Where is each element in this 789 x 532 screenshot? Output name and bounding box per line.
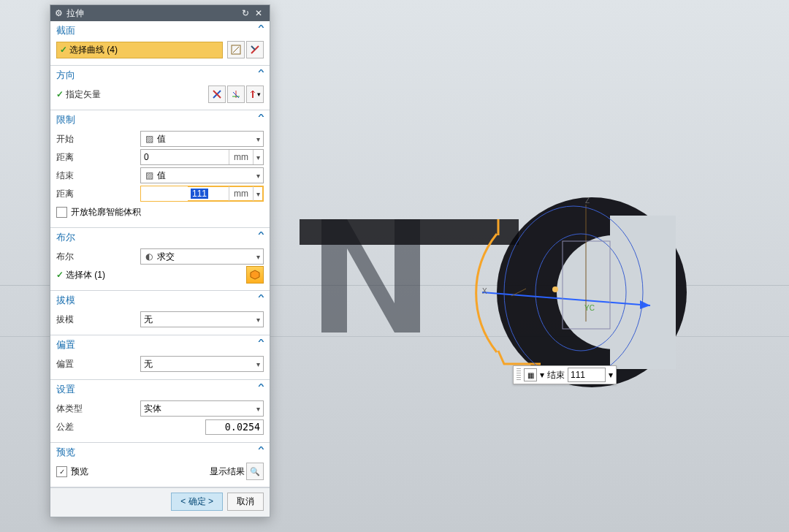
select-curve-label: 选择曲线 (4) (69, 44, 118, 56)
gear-icon: ⚙ (55, 8, 63, 18)
offset-label: 偏置 (56, 358, 140, 370)
section-draft: 拔模 ˄ 拔模 无 ▾ (50, 291, 270, 335)
reset-icon[interactable]: ↻ (239, 8, 252, 18)
section-direction: 方向 ˄ ✓ 指定矢量 ▾ (50, 66, 270, 110)
chevron-down-icon: ▾ (256, 253, 260, 261)
body-type-label: 体类型 (56, 403, 140, 415)
svg-text:X: X (482, 287, 487, 295)
tolerance-input[interactable] (205, 419, 264, 435)
svg-rect-1 (300, 219, 519, 245)
vector-dropdown-icon[interactable]: ▾ (246, 86, 264, 103)
start-distance-label: 距离 (56, 151, 140, 164)
vector-xyz-icon[interactable] (227, 86, 245, 103)
cube-icon: ▨ (144, 170, 154, 180)
chevron-down-icon: ▾ (256, 316, 260, 324)
magnify-icon[interactable]: 🔍 (246, 463, 264, 480)
end-type-dropdown[interactable]: ▨ 值 ▾ (140, 167, 264, 183)
dialog-titlebar[interactable]: ⚙ 拉伸 ↻ ✕ (50, 5, 270, 21)
chevron-up-icon: ˄ (256, 233, 266, 242)
preview-label: 预览 (71, 466, 210, 478)
show-result-label: 显示结果 (210, 466, 245, 478)
boolean-dropdown[interactable]: ◐ 求交 ▾ (140, 248, 264, 265)
section-header-offset[interactable]: 偏置 ˄ (50, 335, 270, 353)
section-header-draft[interactable]: 拔模 ˄ (50, 291, 270, 308)
offset-dropdown[interactable]: 无 ▾ (140, 356, 264, 372)
grip-icon[interactable] (517, 368, 521, 381)
chevron-up-icon: ˄ (256, 115, 266, 124)
section-profile: 截面 ˄ ✓ 选择曲线 (4) (50, 21, 270, 66)
float-value-input[interactable] (568, 368, 606, 382)
extrude-dialog: ⚙ 拉伸 ↻ ✕ 截面 ˄ ✓ 选择曲线 (4) (50, 4, 270, 517)
chevron-down-icon: ▾ (256, 360, 260, 368)
draft-dropdown[interactable]: 无 ▾ (140, 311, 264, 327)
section-header-profile[interactable]: 截面 ˄ (50, 21, 270, 39)
dialog-footer: < 确定 > 取消 (50, 487, 270, 517)
check-icon: ✓ (60, 45, 67, 55)
chevron-up-icon: ˄ (256, 26, 266, 35)
select-body-label[interactable]: 选择体 (1) (66, 269, 245, 281)
chevron-up-icon: ˄ (256, 341, 266, 349)
start-label: 开始 (56, 133, 140, 145)
start-type-dropdown[interactable]: ▨ 值 ▾ (140, 131, 264, 147)
intersect-icon: ◐ (144, 251, 154, 262)
reverse-dir-icon[interactable] (208, 86, 226, 103)
section-header-boolean[interactable]: 布尔 ˄ (50, 228, 270, 246)
chevron-down-icon[interactable]: ▾ (253, 150, 263, 164)
chevron-down-icon[interactable]: ▾ (609, 370, 613, 380)
section-limits: 限制 ˄ 开始 ▨ 值 ▾ 距离 mm ▾ 结束 (50, 110, 270, 228)
cancel-button[interactable]: 取消 (227, 493, 264, 511)
section-header-direction[interactable]: 方向 ˄ (50, 66, 270, 83)
check-icon: ✓ (56, 270, 64, 280)
section-header-preview[interactable]: 预览 ˄ (50, 443, 270, 460)
open-profile-checkbox[interactable] (56, 207, 67, 218)
preview-checkbox[interactable] (56, 466, 67, 477)
model-geometry: X Z YC (278, 190, 701, 409)
chevron-down-icon[interactable]: ▾ (540, 370, 544, 380)
body-type-dropdown[interactable]: 实体 ▾ (140, 400, 264, 417)
end-distance-label: 距离 (56, 188, 140, 200)
chevron-up-icon: ˄ (256, 448, 266, 457)
float-label: 结束 (547, 369, 565, 381)
select-curve-row[interactable]: ✓ 选择曲线 (4) (56, 42, 223, 58)
chevron-down-icon[interactable]: ▾ (253, 186, 263, 201)
section-offset: 偏置 ˄ 偏置 无 ▾ (50, 335, 270, 380)
body-icon[interactable] (246, 266, 264, 284)
dialog-title: 拉伸 (66, 7, 239, 20)
end-distance-value: 111 (191, 189, 208, 199)
check-icon: ✓ (56, 89, 64, 99)
start-distance-input[interactable]: mm ▾ (140, 149, 264, 165)
chevron-down-icon: ▾ (256, 405, 260, 413)
ok-button[interactable]: < 确定 > (171, 493, 223, 511)
specify-vector-label: 指定矢量 (66, 88, 207, 101)
svg-text:YC: YC (584, 304, 595, 312)
cube-icon[interactable]: ▦ (524, 368, 537, 381)
section-header-limits[interactable]: 限制 ˄ (50, 110, 270, 128)
draft-label: 拔模 (56, 314, 140, 326)
viewport-floating-bar[interactable]: ▦ ▾ 结束 ▾ (513, 365, 617, 384)
curve-rule-icon[interactable] (227, 41, 245, 58)
chevron-up-icon: ˄ (256, 71, 266, 80)
svg-line-15 (233, 47, 239, 53)
section-boolean: 布尔 ˄ 布尔 ◐ 求交 ▾ ✓ 选择体 (1) (50, 228, 270, 291)
svg-point-7 (552, 286, 558, 292)
chevron-up-icon: ˄ (256, 296, 266, 305)
end-label: 结束 (56, 170, 140, 182)
sketch-icon[interactable] (246, 41, 264, 58)
chevron-up-icon: ˄ (256, 385, 266, 394)
boolean-label: 布尔 (56, 251, 140, 263)
cube-icon: ▨ (144, 134, 154, 144)
svg-marker-22 (251, 270, 259, 279)
tolerance-label: 公差 (56, 421, 205, 433)
open-profile-label: 开放轮廓智能体积 (71, 206, 141, 218)
end-distance-input[interactable]: /* value shown selected */ 111 mm ▾ (140, 186, 264, 202)
svg-text:Z: Z (585, 197, 590, 205)
chevron-down-icon: ▾ (256, 172, 260, 180)
section-settings: 设置 ˄ 体类型 实体 ▾ 公差 (50, 380, 270, 443)
close-icon[interactable]: ✕ (252, 8, 265, 18)
section-preview: 预览 ˄ 预览 显示结果 🔍 (50, 443, 270, 487)
section-header-settings[interactable]: 设置 ˄ (50, 380, 270, 398)
chevron-down-icon: ▾ (256, 135, 260, 143)
